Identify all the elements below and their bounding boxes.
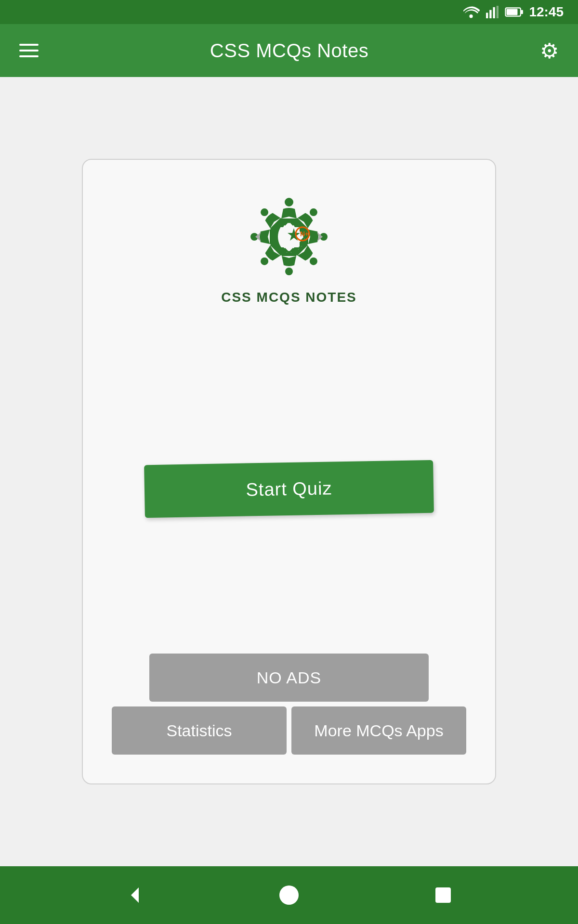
svg-rect-6 [507, 9, 518, 15]
svg-text:N+: N+ [300, 230, 309, 238]
svg-point-0 [470, 14, 473, 18]
back-icon [123, 884, 146, 907]
svg-rect-3 [493, 7, 495, 18]
logo-area: N+ CSS MCQS NOTES [221, 189, 357, 305]
status-time: 12:45 [529, 4, 564, 20]
more-mcqs-button[interactable]: More MCQs Apps [291, 706, 466, 755]
statistics-button[interactable]: Statistics [112, 706, 287, 755]
recent-button[interactable] [432, 884, 455, 907]
wifi-icon [462, 6, 480, 18]
nav-bar [0, 866, 578, 924]
start-quiz-button[interactable]: Start Quiz [144, 460, 434, 518]
svg-point-12 [285, 268, 293, 275]
hamburger-menu-button[interactable] [19, 44, 39, 57]
svg-marker-19 [131, 887, 139, 903]
bottom-row: Statistics More MCQs Apps [112, 706, 466, 755]
no-ads-button[interactable]: NO ADS [149, 654, 429, 702]
main-content: N+ CSS MCQS NOTES Start Quiz NO ADS Stat… [0, 77, 578, 866]
main-card: N+ CSS MCQS NOTES Start Quiz NO ADS Stat… [82, 159, 496, 784]
status-bar: 12:45 [0, 0, 578, 24]
svg-rect-4 [497, 6, 499, 18]
back-button[interactable] [123, 884, 146, 907]
svg-point-20 [279, 886, 299, 905]
home-icon [277, 884, 301, 907]
hamburger-icon [19, 44, 39, 57]
svg-rect-7 [521, 10, 523, 14]
svg-point-8 [285, 198, 293, 206]
settings-button[interactable]: ⚙ [540, 38, 559, 63]
home-button[interactable] [277, 884, 301, 907]
recent-icon [432, 884, 455, 907]
app-bar-title: CSS MCQs Notes [210, 40, 368, 62]
svg-rect-21 [435, 887, 451, 903]
signal-icon [485, 6, 500, 18]
svg-rect-2 [490, 10, 492, 18]
logo-text: CSS MCQS NOTES [221, 290, 357, 305]
app-bar: CSS MCQs Notes ⚙ [0, 24, 578, 77]
status-icons: 12:45 [462, 4, 564, 20]
bottom-buttons: NO ADS Statistics More MCQs Apps [112, 654, 466, 755]
gear-icon: ⚙ [540, 39, 559, 63]
app-logo: N+ [241, 189, 337, 285]
svg-rect-1 [486, 13, 488, 18]
battery-icon [505, 6, 524, 18]
